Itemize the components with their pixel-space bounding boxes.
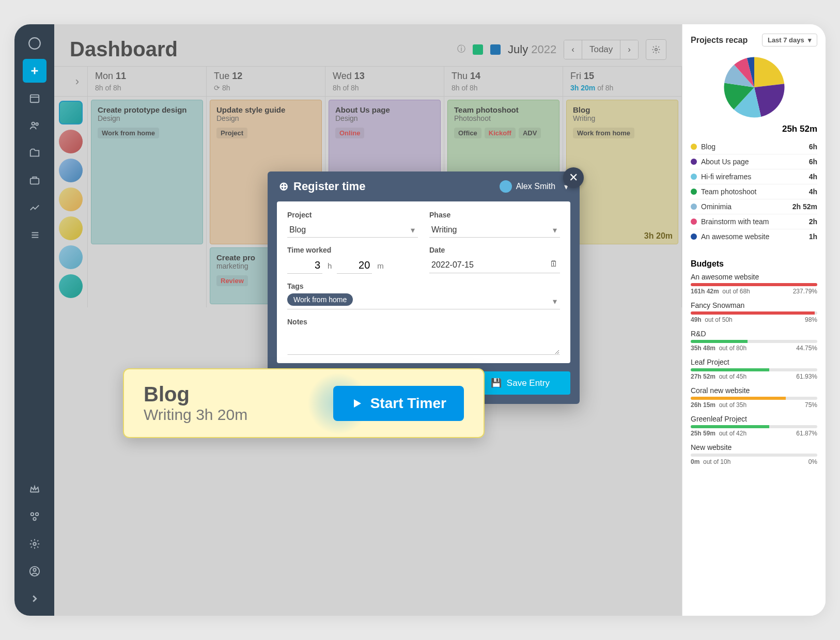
- chart-nav-icon[interactable]: [23, 196, 46, 220]
- legend-row[interactable]: Ominimia2h 52m: [691, 199, 817, 214]
- briefcase-nav-icon[interactable]: [23, 168, 46, 192]
- minutes-unit: m: [377, 261, 384, 270]
- calendar-nav-icon[interactable]: [23, 86, 46, 110]
- legend-row[interactable]: Hi-fi wireframes4h: [691, 169, 817, 184]
- svg-point-0: [29, 38, 40, 49]
- list-nav-icon[interactable]: [23, 223, 46, 247]
- legend-row[interactable]: Brainstorm with team2h: [691, 214, 817, 229]
- timer-toast: Blog Writing 3h 20m Start Timer: [123, 368, 485, 438]
- legend-row[interactable]: About Us page6h: [691, 154, 817, 169]
- budget-row[interactable]: Greenleaf Project 25h 59m out of 42h61.8…: [691, 415, 817, 437]
- user-avatar-icon: [500, 180, 512, 193]
- svg-rect-7: [30, 178, 39, 184]
- sidebar: [14, 24, 54, 616]
- date-label: Date: [429, 246, 560, 254]
- phase-select[interactable]: Writing: [429, 222, 560, 238]
- tag-chip[interactable]: Work from home: [287, 293, 353, 306]
- svg-point-11: [30, 513, 33, 516]
- tags-label: Tags: [287, 282, 560, 290]
- settings-nav-icon[interactable]: [23, 532, 46, 556]
- hours-input[interactable]: [287, 257, 322, 274]
- svg-point-12: [35, 513, 38, 516]
- legend-row[interactable]: Team photoshoot4h: [691, 184, 817, 199]
- modal-user-dropdown[interactable]: Alex Smith ▾: [500, 180, 568, 193]
- budget-row[interactable]: Leaf Project 27h 52m out of 45h61.93%: [691, 358, 817, 380]
- recap-pie-chart: [691, 54, 817, 121]
- right-panel: Projects recap Last 7 days ▾ 25h 52m Blo…: [682, 24, 826, 616]
- legend-row[interactable]: An awesome website1h: [691, 229, 817, 244]
- recap-range-dropdown[interactable]: Last 7 days ▾: [762, 34, 817, 46]
- time-worked-label: Time worked: [287, 246, 418, 254]
- budget-row[interactable]: An awesome website 161h 42m out of 68h23…: [691, 273, 817, 295]
- profile-nav-icon[interactable]: [23, 559, 46, 583]
- svg-point-5: [32, 122, 35, 126]
- budget-row[interactable]: R&D 35h 48m out of 80h44.75%: [691, 330, 817, 352]
- recap-heading: Projects recap: [691, 36, 748, 45]
- hours-unit: h: [328, 261, 332, 270]
- save-icon: 💾: [491, 378, 502, 388]
- minutes-input[interactable]: [337, 257, 372, 274]
- budget-row[interactable]: New website 0m out of 10h0%: [691, 443, 817, 465]
- notes-textarea[interactable]: [287, 329, 560, 355]
- integrations-nav-icon[interactable]: [23, 505, 46, 528]
- notes-label: Notes: [287, 318, 560, 326]
- project-label: Project: [287, 211, 418, 219]
- svg-point-13: [33, 518, 36, 521]
- team-nav-icon[interactable]: [23, 114, 46, 137]
- crown-nav-icon[interactable]: [23, 477, 46, 501]
- toast-title: Blog: [144, 383, 247, 406]
- svg-rect-3: [30, 95, 39, 103]
- date-input[interactable]: [429, 257, 560, 273]
- recap-total: 25h 52m: [691, 124, 817, 134]
- calendar-icon[interactable]: 🗓: [550, 259, 558, 269]
- svg-marker-18: [354, 399, 361, 408]
- save-entry-button[interactable]: 💾 Save Entry: [470, 371, 570, 395]
- budget-row[interactable]: Coral new website 26h 15m out of 35h75%: [691, 386, 817, 409]
- phase-label: Phase: [429, 211, 560, 219]
- start-timer-button[interactable]: Start Timer: [333, 386, 464, 421]
- collapse-icon[interactable]: [23, 587, 46, 611]
- plus-circle-icon: ⊕: [279, 180, 288, 193]
- svg-point-16: [33, 569, 36, 572]
- play-icon: [351, 397, 363, 410]
- budget-row[interactable]: Fancy Snowman 49h out of 50h98%: [691, 301, 817, 323]
- close-modal-button[interactable]: ✕: [563, 167, 584, 188]
- toast-subline: Writing 3h 20m: [144, 406, 247, 424]
- project-select[interactable]: Blog: [287, 222, 418, 238]
- add-button[interactable]: [23, 59, 46, 83]
- svg-point-6: [36, 123, 38, 126]
- modal-title: Register time: [293, 180, 365, 193]
- logo-icon[interactable]: [23, 32, 46, 55]
- svg-point-14: [33, 542, 36, 545]
- budgets-heading: Budgets: [691, 259, 817, 269]
- legend-row[interactable]: Blog6h: [691, 139, 817, 154]
- folder-nav-icon[interactable]: [23, 141, 46, 165]
